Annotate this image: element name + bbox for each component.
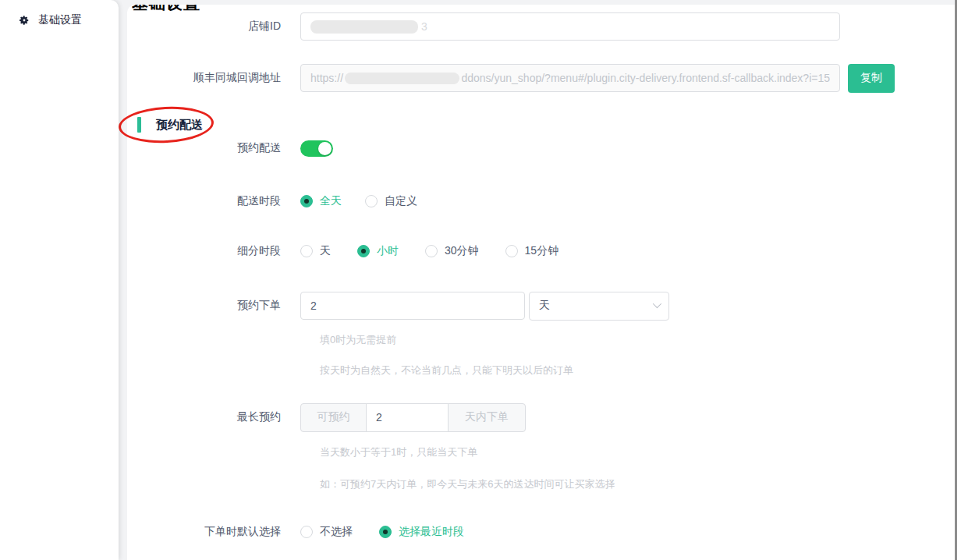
shop-id-row: 店铺ID 3 bbox=[127, 12, 840, 41]
radio-30min[interactable]: 30分钟 bbox=[425, 244, 479, 258]
default-select-row: 下单时默认选择 不选择 选择最近时段 bbox=[127, 523, 464, 541]
radio-all-day[interactable]: 全天 bbox=[300, 194, 342, 208]
radio-dot bbox=[300, 526, 313, 538]
delivery-period-row: 配送时段 全天 自定义 bbox=[127, 193, 417, 210]
callback-label: 顺丰同城回调地址 bbox=[127, 71, 300, 85]
subdivision-row: 细分时段 天 小时 30分钟 15分钟 bbox=[127, 243, 559, 260]
max-reserve-prepend: 可预约 bbox=[300, 403, 367, 432]
shop-id-input[interactable]: 3 bbox=[300, 12, 840, 41]
sidebar-item-label: 基础设置 bbox=[38, 13, 82, 27]
gear-icon bbox=[19, 15, 30, 26]
sidebar: 基础设置 bbox=[0, 0, 119, 560]
radio-no-select[interactable]: 不选择 bbox=[300, 525, 353, 539]
radio-hour[interactable]: 小时 bbox=[357, 244, 399, 258]
radio-dot bbox=[365, 195, 378, 207]
advance-order-row: 预约下单 2 天 bbox=[127, 291, 669, 321]
section-header-reservation: 预约配送 bbox=[127, 115, 203, 135]
toggle-knob bbox=[318, 142, 332, 155]
sidebar-item-basic-settings[interactable]: 基础设置 bbox=[0, 0, 119, 27]
max-reserve-append: 天内下单 bbox=[448, 403, 526, 432]
advance-help-2: 按天时为自然天，不论当前几点，只能下明天以后的订单 bbox=[320, 363, 573, 377]
max-reserve-row: 最长预约 可预约 2 天内下单 bbox=[127, 402, 526, 432]
callback-row: 顺丰同城回调地址 https:// ddons/yun_shop/?menu#/… bbox=[127, 63, 895, 93]
clipped-page-heading: 基础设置 bbox=[132, 5, 288, 11]
shop-id-faint-char: 3 bbox=[421, 20, 427, 33]
reservation-toggle[interactable] bbox=[300, 140, 333, 157]
max-reserve-help-2: 如：可预约7天内订单，即今天与未来6天的送达时间可让买家选择 bbox=[320, 477, 615, 491]
section-title: 预约配送 bbox=[156, 118, 203, 133]
advance-order-input[interactable]: 2 bbox=[300, 292, 525, 320]
delivery-period-label: 配送时段 bbox=[127, 194, 300, 208]
radio-custom[interactable]: 自定义 bbox=[365, 194, 417, 208]
subdivision-label: 细分时段 bbox=[127, 244, 300, 258]
section-accent-bar bbox=[137, 117, 141, 133]
redacted-shop-id bbox=[310, 20, 418, 34]
settings-panel: 基础设置 店铺ID 3 顺丰同城回调地址 https:// ddons/yun_… bbox=[127, 5, 955, 560]
callback-url-prefix: https:// bbox=[310, 72, 343, 84]
chevron-down-icon bbox=[653, 299, 661, 307]
radio-15min[interactable]: 15分钟 bbox=[505, 244, 559, 258]
radio-dot bbox=[357, 245, 370, 257]
max-reserve-label: 最长预约 bbox=[127, 410, 300, 424]
max-reserve-group: 可预约 2 天内下单 bbox=[300, 403, 526, 432]
callback-url-suffix: ddons/yun_shop/?menu#/plugin.city-delive… bbox=[461, 72, 830, 84]
reservation-toggle-row: 预约配送 bbox=[127, 139, 333, 158]
radio-nearest-period[interactable]: 选择最近时段 bbox=[379, 525, 464, 539]
advance-help-1: 填0时为无需提前 bbox=[320, 333, 396, 347]
max-reserve-help-1: 当天数小于等于1时，只能当天下单 bbox=[320, 445, 477, 459]
default-select-label: 下单时默认选择 bbox=[127, 525, 300, 539]
radio-dot bbox=[505, 245, 518, 257]
advance-order-label: 预约下单 bbox=[127, 299, 300, 313]
reservation-toggle-label: 预约配送 bbox=[127, 141, 300, 155]
advance-order-unit-select[interactable]: 天 bbox=[529, 292, 669, 321]
redacted-domain bbox=[345, 73, 459, 84]
radio-dot bbox=[300, 245, 313, 257]
radio-dot bbox=[379, 526, 392, 538]
window-right-edge bbox=[957, 0, 961, 560]
radio-dot bbox=[300, 195, 313, 207]
max-reserve-input[interactable]: 2 bbox=[366, 403, 449, 432]
callback-url-input[interactable]: https:// ddons/yun_shop/?menu#/plugin.ci… bbox=[300, 64, 840, 92]
copy-button[interactable]: 复制 bbox=[848, 64, 895, 93]
shop-id-label: 店铺ID bbox=[127, 19, 300, 34]
radio-day[interactable]: 天 bbox=[300, 244, 331, 258]
radio-dot bbox=[425, 245, 438, 257]
